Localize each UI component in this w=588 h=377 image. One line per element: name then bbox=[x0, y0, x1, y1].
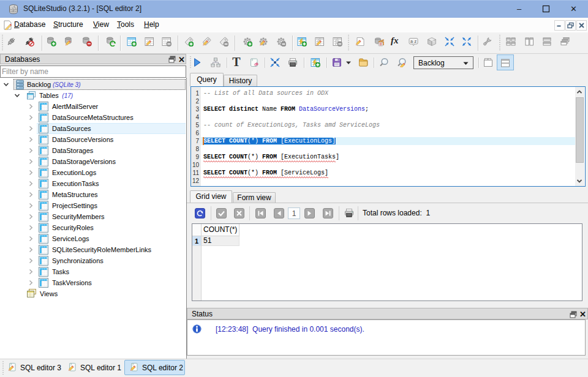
svg-text:z: z bbox=[415, 39, 417, 43]
